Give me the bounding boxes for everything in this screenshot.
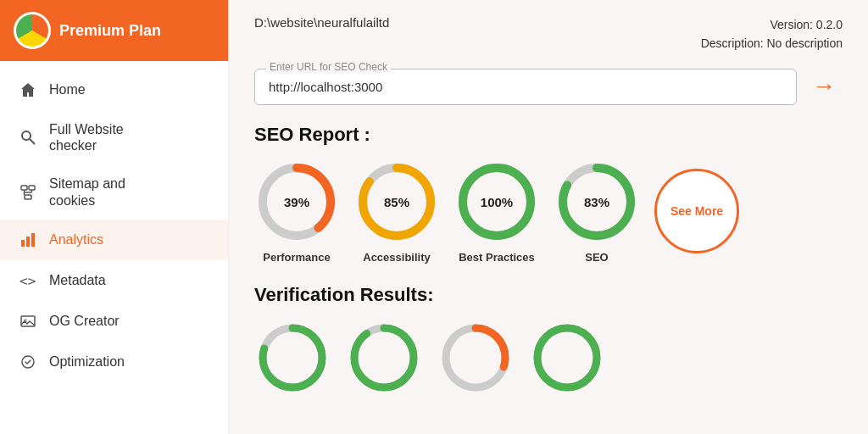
url-input[interactable]: [254, 69, 797, 105]
nav-label-metadata: Metadata: [49, 272, 106, 288]
sidebar-item-og-creator[interactable]: OG Creator: [0, 301, 228, 342]
metadata-icon: <>: [19, 271, 37, 290]
svg-point-30: [537, 328, 597, 387]
sidebar: Premium Plan HomeFull WebsitecheckerSite…: [0, 0, 229, 434]
see-more-item: See More: [654, 169, 739, 253]
nav-label-sitemap-and-cookies: Sitemap andcookies: [49, 175, 125, 208]
gauge-performance: 39%Performance: [254, 159, 339, 264]
seo-gauges-row: 39%Performance 85%Accessibility 100%Best…: [254, 159, 843, 264]
url-input-container: Enter URL for SEO Check →: [254, 69, 843, 105]
seo-report-title: SEO Report :: [254, 124, 843, 146]
sidebar-nav: HomeFull WebsitecheckerSitemap andcookie…: [0, 61, 228, 434]
sidebar-item-metadata[interactable]: <>Metadata: [0, 260, 228, 301]
gauge-svg-best-practices: 100%: [454, 159, 539, 244]
gauge-seo: 83%SEO: [554, 159, 639, 264]
sidebar-item-analytics[interactable]: Analytics: [0, 220, 228, 260]
full-website-checker-icon: [19, 128, 37, 147]
nav-label-analytics: Analytics: [49, 231, 103, 248]
nav-label-home: Home: [49, 81, 86, 97]
verification-gauges-row: [254, 320, 843, 396]
file-path: D:\website\neuralfulailtd: [254, 15, 389, 30]
svg-point-26: [354, 328, 414, 387]
svg-rect-9: [26, 236, 30, 247]
svg-point-20: [463, 168, 531, 236]
svg-rect-10: [31, 233, 35, 247]
version-text: Version: 0.2.0: [701, 15, 843, 34]
sidebar-logo: [14, 12, 51, 49]
description-text: Description: No description: [701, 34, 843, 53]
svg-point-0: [22, 131, 31, 140]
nav-label-full-website-checker: Full Websitechecker: [49, 121, 124, 153]
svg-text:<>: <>: [19, 273, 36, 289]
version-info: Version: 0.2.0 Description: No descripti…: [701, 15, 843, 53]
nav-label-og-creator: OG Creator: [49, 313, 120, 329]
sidebar-item-full-website-checker[interactable]: Full Websitechecker: [0, 110, 228, 164]
gauge-accessibility: 85%Accessibility: [354, 159, 439, 264]
gauge-label-best-practices: Best Practices: [459, 251, 535, 264]
svg-rect-3: [29, 186, 35, 190]
see-more-button[interactable]: See More: [654, 169, 739, 253]
gauge-label-seo: SEO: [585, 251, 608, 264]
svg-rect-4: [25, 195, 31, 199]
url-input-label: Enter URL for SEO Check: [266, 61, 391, 73]
main-content: D:\website\neuralfulailtd Version: 0.2.0…: [229, 0, 868, 434]
sitemap-and-cookies-icon: [19, 183, 37, 202]
svg-line-1: [30, 139, 35, 144]
sidebar-plan-label: Premium Plan: [59, 22, 161, 40]
nav-label-optimization: Optimization: [49, 353, 125, 370]
gauge-svg-accessibility: 85%: [354, 159, 439, 244]
sidebar-item-home[interactable]: Home: [0, 70, 228, 110]
url-submit-button[interactable]: →: [805, 70, 843, 103]
sidebar-item-optimization[interactable]: Optimization: [0, 342, 228, 382]
analytics-icon: [19, 231, 37, 249]
home-icon: [19, 81, 37, 99]
og-creator-icon: [19, 312, 37, 331]
verif-gauge-v1: [254, 320, 331, 396]
gauge-best-practices: 100%Best Practices: [454, 159, 539, 264]
svg-rect-2: [21, 186, 27, 190]
sidebar-header: Premium Plan: [0, 0, 228, 61]
top-bar: D:\website\neuralfulailtd Version: 0.2.0…: [254, 15, 843, 53]
gauge-svg-performance: 39%: [254, 159, 339, 244]
verif-gauge-v2: [346, 320, 422, 396]
optimization-icon: [19, 353, 37, 371]
gauge-label-performance: Performance: [263, 251, 330, 264]
verif-gauge-v4: [529, 320, 605, 396]
sidebar-item-sitemap-and-cookies[interactable]: Sitemap andcookies: [0, 164, 228, 219]
svg-rect-12: [21, 316, 35, 326]
verification-title: Verification Results:: [254, 284, 843, 306]
gauge-label-accessibility: Accessibility: [363, 251, 431, 264]
gauge-svg-seo: 83%: [554, 159, 639, 244]
verif-gauge-v3: [437, 320, 514, 396]
svg-rect-8: [21, 240, 25, 247]
